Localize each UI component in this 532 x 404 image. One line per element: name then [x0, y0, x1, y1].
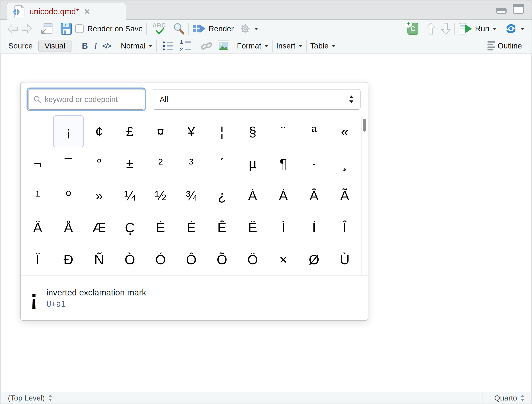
char-cell[interactable]: ´: [207, 147, 237, 179]
char-cell[interactable]: ¥: [176, 115, 207, 147]
bullet-list-icon[interactable]: [163, 41, 173, 50]
char-cell[interactable]: Å: [53, 211, 84, 243]
editor-canvas[interactable]: All ¡¢£¤¥¦§¨ª«¬¯°±²³´µ¶·¸¹º»¼½¾¿ÀÁÂÃÄÅÆÇ…: [1, 54, 531, 392]
char-cell[interactable]: ¶: [268, 147, 299, 179]
maximize-icon[interactable]: [513, 4, 524, 14]
back-icon[interactable]: [7, 24, 19, 34]
char-cell[interactable]: Ð: [53, 243, 84, 276]
char-cell[interactable]: ¹: [22, 179, 53, 211]
render-icon[interactable]: [192, 24, 206, 34]
source-document-icon[interactable]: [505, 24, 517, 34]
down-arrow-icon[interactable]: [441, 22, 451, 35]
char-cell[interactable]: £: [114, 115, 145, 147]
char-cell[interactable]: ª: [299, 115, 329, 147]
char-cell[interactable]: µ: [237, 147, 268, 179]
minimize-icon[interactable]: [496, 8, 507, 14]
char-cell[interactable]: Ò: [114, 243, 145, 276]
chevron-down-icon[interactable]: [148, 44, 153, 47]
scrollbar-thumb[interactable]: [363, 119, 366, 132]
char-cell-selected[interactable]: ¡: [53, 115, 84, 147]
char-cell[interactable]: Æ: [84, 211, 114, 243]
insert-chunk-icon[interactable]: C +: [407, 23, 418, 35]
char-cell[interactable]: Ç: [114, 211, 145, 243]
up-arrow-icon[interactable]: [426, 22, 436, 35]
bold-button[interactable]: B: [82, 41, 88, 51]
code-button[interactable]: </>: [102, 42, 111, 50]
format-menu[interactable]: Format: [237, 41, 261, 50]
char-cell[interactable]: Ä: [22, 211, 53, 243]
numbered-list-icon[interactable]: 1 2: [180, 39, 191, 53]
char-cell[interactable]: Í: [299, 211, 329, 243]
char-cell[interactable]: º: [53, 179, 84, 211]
search-input[interactable]: [45, 95, 139, 104]
char-cell[interactable]: Ö: [237, 243, 268, 276]
char-cell[interactable]: Ñ: [84, 243, 114, 276]
char-cell[interactable]: Ô: [176, 243, 207, 276]
char-cell[interactable]: ·: [299, 147, 329, 179]
forward-icon[interactable]: [21, 24, 32, 34]
search-document-icon[interactable]: [173, 22, 185, 35]
tab-unicode-qmd[interactable]: unicode.qmd* ×: [6, 3, 126, 20]
render-button[interactable]: Render: [209, 24, 234, 33]
scrollbar-track[interactable]: [361, 116, 366, 275]
block-filter-select[interactable]: All: [153, 89, 361, 110]
chevron-down-icon[interactable]: [520, 27, 525, 30]
char-cell[interactable]: ³: [176, 147, 207, 179]
char-cell[interactable]: ¯: [53, 147, 84, 179]
insert-menu[interactable]: Insert: [276, 41, 295, 50]
visual-mode-button[interactable]: Visual: [38, 40, 71, 52]
char-cell[interactable]: À: [237, 179, 268, 211]
char-cell[interactable]: »: [84, 179, 114, 211]
char-cell[interactable]: °: [84, 147, 114, 179]
char-cell[interactable]: ¬: [22, 147, 53, 179]
spellcheck-icon[interactable]: ABC: [152, 22, 167, 35]
save-icon[interactable]: [61, 23, 72, 35]
char-cell[interactable]: Ù: [329, 243, 360, 276]
char-cell[interactable]: §: [237, 115, 268, 147]
char-cell[interactable]: Ï: [22, 243, 53, 276]
char-cell[interactable]: É: [176, 211, 207, 243]
scope-selector[interactable]: (Top Level): [1, 394, 52, 402]
char-cell[interactable]: «: [329, 115, 360, 147]
char-cell[interactable]: ×: [268, 243, 299, 276]
char-cell[interactable]: ±: [114, 147, 145, 179]
char-cell[interactable]: Õ: [207, 243, 237, 276]
mode-selector[interactable]: Quarto: [482, 392, 531, 404]
run-icon[interactable]: [458, 23, 473, 35]
char-cell[interactable]: È: [145, 211, 176, 243]
chevron-down-icon[interactable]: [331, 44, 336, 47]
char-cell[interactable]: ¨: [268, 115, 299, 147]
char-cell[interactable]: ¢: [84, 115, 114, 147]
popout-icon[interactable]: [40, 22, 53, 35]
char-cell[interactable]: Î: [329, 211, 360, 243]
char-cell[interactable]: Ë: [237, 211, 268, 243]
char-cell[interactable]: ¸: [329, 147, 360, 179]
outline-toggle[interactable]: Outline: [488, 41, 524, 50]
char-cell[interactable]: Ì: [268, 211, 299, 243]
render-on-save-checkbox[interactable]: [75, 24, 84, 33]
char-cell[interactable]: ¿: [207, 179, 237, 211]
image-icon[interactable]: [217, 40, 229, 51]
gear-icon[interactable]: [240, 23, 251, 34]
char-cell[interactable]: ²: [145, 147, 176, 179]
link-icon[interactable]: [201, 40, 213, 51]
char-cell[interactable]: [22, 115, 53, 147]
char-cell[interactable]: ¦: [207, 115, 237, 147]
char-cell[interactable]: Á: [268, 179, 299, 211]
chevron-down-icon[interactable]: [298, 44, 303, 47]
char-cell[interactable]: Ã: [329, 179, 360, 211]
close-icon[interactable]: ×: [84, 7, 90, 16]
char-cell[interactable]: ¤: [145, 115, 176, 147]
chevron-down-icon[interactable]: [492, 27, 497, 30]
chevron-down-icon[interactable]: [253, 27, 259, 30]
search-field[interactable]: [28, 89, 144, 110]
char-cell[interactable]: Â: [299, 179, 329, 211]
table-menu[interactable]: Table: [310, 41, 329, 50]
source-mode-button[interactable]: Source: [8, 41, 33, 50]
char-cell[interactable]: ¾: [176, 179, 207, 211]
char-cell[interactable]: Ø: [299, 243, 329, 276]
run-button[interactable]: Run: [475, 24, 489, 33]
char-cell[interactable]: Ó: [145, 243, 176, 276]
chevron-down-icon[interactable]: [264, 44, 269, 47]
char-cell[interactable]: ¼: [114, 179, 145, 211]
